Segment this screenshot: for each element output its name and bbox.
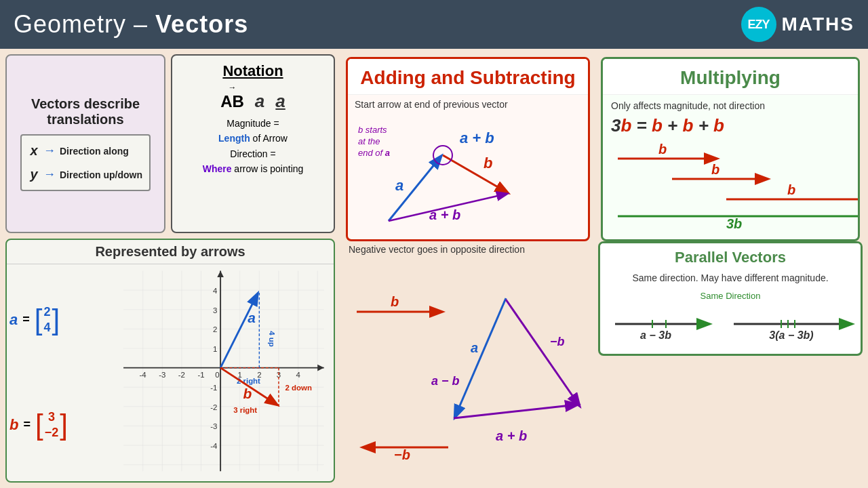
y-desc: Direction up/down	[60, 169, 142, 180]
svg-line-78	[506, 300, 579, 405]
svg-text:b: b	[658, 142, 667, 157]
svg-text:a + b: a + b	[429, 207, 460, 222]
parallel-desc: Same direction. May have different magni…	[600, 272, 861, 291]
svg-text:-2: -2	[210, 403, 217, 411]
svg-text:-4: -4	[140, 371, 147, 379]
header-title: Geometry – Vectors	[14, 10, 248, 39]
represented-box: Represented by arrows a = [ 2 4	[5, 239, 335, 483]
logo: EZY MATHS	[741, 7, 854, 42]
notation-underline-a: a	[275, 91, 285, 112]
grid-container: -1 -2 -3 -4 1 2 3 4 1 2 3	[112, 264, 334, 480]
grid-svg: -1 -2 -3 -4 1 2 3 4 1 2 3	[112, 264, 332, 474]
adding-svg: a b a + b a + b b starts at the end of a	[355, 113, 590, 238]
adding-desc: Start arrow at end of previous vector	[355, 99, 581, 110]
svg-text:3 right: 3 right	[233, 406, 257, 414]
same-direction-area: Same Direction a − 3b	[600, 291, 861, 354]
svg-text:−b: −b	[394, 447, 410, 462]
svg-marker-42	[217, 271, 224, 278]
svg-text:-1: -1	[210, 384, 217, 392]
logo-ezy: EZY	[748, 18, 770, 32]
multiplying-svg: b b b 3b	[611, 142, 860, 230]
top-left-section: Vectors describe translations x → Direct…	[0, 49, 340, 239]
vec-b-x: 3	[48, 410, 55, 424]
svg-text:-2: -2	[178, 371, 185, 379]
vec-a-y: 4	[43, 321, 50, 335]
svg-text:4: 4	[213, 287, 218, 295]
subtracting-content: Negative vector goes in opposite directi…	[343, 241, 593, 482]
svg-text:end of a: end of a	[358, 148, 390, 158]
vectors-describe-line2: translations	[20, 112, 151, 127]
svg-line-60	[220, 294, 257, 368]
multiplying-formula-3b: 3b = b + b + b	[611, 115, 724, 136]
svg-text:a: a	[471, 340, 478, 355]
notation-where: Where	[203, 163, 232, 174]
svg-line-80	[454, 405, 577, 418]
svg-text:3b: 3b	[726, 216, 742, 231]
vec-b-y: −2	[45, 426, 59, 440]
arrow-over-icon: →	[220, 83, 244, 92]
svg-text:b: b	[484, 155, 492, 171]
multiplying-desc: Only affects magnitude, not direction	[611, 100, 850, 111]
multiplying-arrows-area	[598, 360, 863, 482]
svg-text:4 up: 4 up	[268, 331, 276, 347]
svg-text:b: b	[711, 162, 719, 177]
notation-desc: Magnitude = Length of Arrow Direction = …	[203, 116, 304, 177]
svg-text:-1: -1	[197, 371, 204, 379]
negative-desc: Negative vector goes in opposite directi…	[343, 241, 593, 258]
subtracting-svg: b −b a −b a + b a − b	[343, 258, 594, 474]
svg-text:b: b	[243, 386, 252, 401]
main-content: Vectors describe translations x → Direct…	[0, 49, 868, 488]
multiplying-section: Multiplying Only affects magnitude, not …	[595, 49, 868, 239]
y-label: y	[28, 167, 39, 182]
svg-text:1: 1	[213, 345, 217, 353]
svg-text:a + b: a + b	[496, 428, 527, 443]
svg-text:-4: -4	[210, 442, 218, 450]
x-desc: Direction along	[60, 146, 129, 157]
svg-text:a − 3b: a − 3b	[640, 329, 671, 341]
svg-text:2 down: 2 down	[285, 384, 312, 392]
svg-text:b: b	[391, 294, 399, 309]
vectors-describe-line1: Vectors describe	[20, 96, 151, 112]
svg-text:-3: -3	[210, 422, 217, 430]
svg-text:b: b	[787, 182, 795, 197]
svg-text:a + b: a + b	[460, 129, 494, 146]
svg-marker-41	[317, 365, 324, 371]
header-title-bold: Vectors	[155, 10, 248, 38]
notation-bold-a: a	[255, 91, 264, 112]
notation-ab: → AB	[220, 83, 244, 111]
y-direction-row: y → Direction up/down	[28, 167, 142, 182]
vec-a-label: a	[9, 311, 18, 329]
x-direction-row: x → Direction along	[28, 143, 142, 159]
svg-text:−b: −b	[550, 335, 565, 348]
represented-section: Represented by arrows a = [ 2 4	[0, 239, 340, 488]
notation-box: Notation → AB a a Magnitude = Length of …	[171, 54, 335, 233]
svg-text:a − b: a − b	[431, 374, 460, 388]
svg-line-2	[443, 155, 507, 192]
multiplying-box: Multiplying Only affects magnitude, not …	[601, 57, 860, 241]
parallel-title: Parallel Vectors	[600, 243, 861, 272]
adding-section: Adding and Subtracting Start arrow at en…	[340, 49, 595, 239]
same-direction-label: Same Direction	[608, 291, 852, 301]
parallel-box: Parallel Vectors Same direction. May hav…	[598, 241, 863, 356]
svg-text:a: a	[395, 177, 403, 194]
adding-title: Adding and Subtracting	[348, 59, 588, 95]
represented-content: a = [ 2 4 ] b	[7, 264, 334, 480]
vec-b-label: b	[9, 416, 18, 434]
logo-circle: EZY	[741, 7, 776, 42]
vectors-describe-box: Vectors describe translations x → Direct…	[5, 54, 165, 233]
svg-text:a: a	[248, 310, 256, 325]
svg-line-76	[455, 298, 506, 417]
adding-box: Adding and Subtracting Start arrow at en…	[346, 57, 590, 241]
svg-text:3(a − 3b): 3(a − 3b)	[769, 329, 813, 341]
svg-text:at the: at the	[358, 136, 380, 146]
bottom-right-section: Parallel Vectors Same direction. May hav…	[595, 239, 868, 488]
parallel-svg: a − 3b 3(a − 3b)	[608, 304, 852, 344]
notation-length: Length	[218, 133, 250, 144]
multiplying-arrows-svg	[598, 360, 868, 482]
svg-text:0: 0	[215, 371, 219, 379]
x-label: x	[28, 143, 39, 159]
svg-text:3: 3	[213, 306, 217, 314]
represented-title: Represented by arrows	[7, 240, 334, 264]
header-title-prefix: Geometry –	[14, 10, 155, 38]
notation-symbols: → AB a a	[220, 83, 285, 112]
